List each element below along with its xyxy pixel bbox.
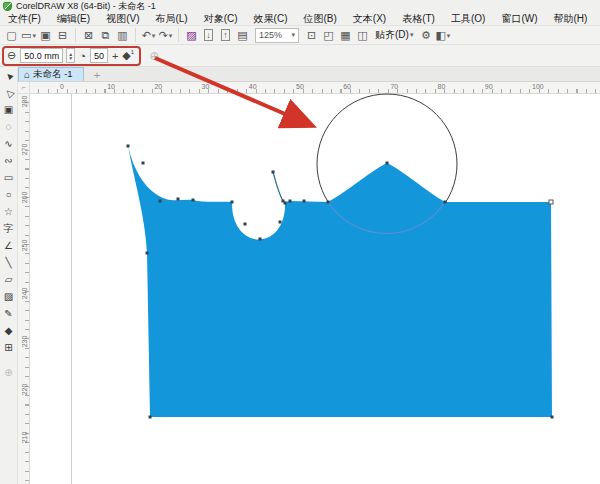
export-icon: ↑ — [221, 29, 230, 41]
polygon-tool[interactable]: ☆ — [1, 203, 17, 220]
artistic-media-tool[interactable]: ∾ — [1, 152, 17, 169]
polygon-tool-icon: ☆ — [4, 206, 13, 217]
menu-item-7[interactable]: 位图(B) — [295, 12, 344, 26]
import-button[interactable]: ↓ — [201, 27, 216, 43]
save-icon: ▣ — [40, 28, 50, 43]
smart-fill-tool[interactable]: ⊕ — [1, 364, 17, 381]
pick-tool[interactable]: ▲ — [1, 67, 17, 84]
snap-to-dropdown[interactable]: 贴齐(D)▾ — [375, 28, 413, 42]
v-ruler-label: 240 — [21, 288, 28, 300]
undo-icon: ↶ — [142, 28, 151, 43]
ruler-origin-corner[interactable]: ⌐ — [18, 82, 30, 94]
document-tab-bar: ⌂ 未命名 -1 + — [18, 67, 600, 82]
print-icon: ⊟ — [58, 28, 67, 43]
v-ruler-label: 230 — [21, 336, 28, 348]
menu-item-1[interactable]: 文件(F) — [0, 12, 49, 26]
print-button[interactable]: ⊟ — [55, 27, 70, 43]
save-button[interactable]: ▣ — [38, 27, 53, 43]
fullscreen-preview-button[interactable]: ⊡ — [304, 27, 319, 43]
coreldraw-logo-icon — [3, 2, 12, 11]
interactive-fill-tool[interactable]: ◆ — [1, 322, 17, 339]
h-ruler-label: 20 — [154, 83, 162, 90]
vertical-ruler[interactable]: 280270260250240230220210 — [18, 94, 30, 484]
h-ruler-label: 90 — [485, 83, 493, 90]
options-icon: ⚙ — [421, 28, 431, 43]
toolbar-separator — [75, 28, 76, 42]
mesh-fill-tool[interactable]: ⊞ — [1, 339, 17, 356]
copy-button[interactable]: ⧉ — [98, 27, 113, 43]
horizontal-ruler[interactable]: 0102030405060708090100 — [30, 82, 600, 94]
menu-item-8[interactable]: 文本(X) — [345, 12, 394, 26]
paste-icon: ▥ — [117, 28, 127, 43]
crop-tool[interactable]: ▣ — [1, 101, 17, 118]
new-tab-button[interactable]: + — [94, 70, 100, 81]
menu-item-3[interactable]: 视图(V) — [98, 12, 147, 26]
h-ruler-label: 0 — [60, 83, 64, 90]
rate-dial-icon: ◔ — [79, 50, 86, 62]
rectangle-tool[interactable]: ▭ — [1, 169, 17, 186]
text-tool[interactable]: 字 — [1, 220, 17, 237]
chevron-down-icon: ▾ — [447, 28, 451, 43]
menu-item-5[interactable]: 对象(C) — [196, 12, 246, 26]
show-guidelines-button[interactable]: ◫ — [355, 27, 370, 43]
import-icon: ↓ — [204, 29, 213, 41]
menu-item-12[interactable]: 帮助(H) — [546, 12, 596, 26]
h-ruler-label: 30 — [202, 83, 210, 90]
page-boundary-line — [71, 94, 72, 484]
dimension-tool[interactable]: ∠ — [1, 237, 17, 254]
pick-tool-icon: ▲ — [1, 68, 16, 83]
menu-item-6[interactable]: 效果(C) — [246, 12, 296, 26]
ink-nib-icon[interactable]: ◆1 — [122, 49, 134, 62]
menu-item-9[interactable]: 表格(T) — [394, 12, 443, 26]
home-icon: ⌂ — [24, 69, 30, 80]
h-ruler-label: 10 — [107, 83, 115, 90]
transparency-tool[interactable]: ▨ — [1, 288, 17, 305]
freehand-tool[interactable]: ∿ — [1, 135, 17, 152]
cut-icon: ⊠ — [84, 28, 93, 43]
h-ruler-label: 80 — [438, 83, 446, 90]
show-grid-button[interactable]: ▦ — [338, 27, 353, 43]
v-ruler-label: 250 — [21, 240, 28, 252]
chevron-down-icon: ▾ — [32, 28, 36, 43]
publish-pdf-button[interactable]: ▤ — [235, 27, 250, 43]
drop-shadow-tool[interactable]: ▱ — [1, 271, 17, 288]
ellipse-tool[interactable]: ○ — [1, 186, 17, 203]
rate-input[interactable]: 50 — [90, 48, 108, 63]
copy-icon: ⧉ — [102, 28, 110, 43]
new-document-icon: ▢ — [6, 28, 16, 43]
zoom-tool[interactable]: ◌ — [1, 118, 17, 135]
shape-tool[interactable]: △ — [1, 84, 17, 101]
add-nib-icon[interactable]: + — [112, 50, 118, 62]
undo-button[interactable]: ↶▾ — [141, 27, 156, 43]
drawing-canvas[interactable] — [30, 94, 600, 484]
snap-to-label: 贴齐(D) — [375, 28, 409, 42]
menu-item-11[interactable]: 窗口(W) — [493, 12, 545, 26]
menu-item-4[interactable]: 布局(L) — [147, 12, 195, 26]
options-button[interactable]: ⚙ — [418, 27, 433, 43]
search-content-button[interactable]: ▨ — [184, 27, 199, 43]
nib-size-stepper[interactable]: ▲▼ — [66, 48, 75, 63]
show-rulers-button[interactable]: ◰ — [321, 27, 336, 43]
crop-tool-icon: ▣ — [4, 104, 13, 115]
paste-button[interactable]: ▥ — [115, 27, 130, 43]
menu-item-10[interactable]: 工具(O) — [443, 12, 493, 26]
v-ruler-label: 260 — [21, 192, 28, 204]
toolbar-separator — [178, 28, 179, 42]
new-document-button[interactable]: ▢ — [4, 27, 19, 43]
zoom-level-combo[interactable]: 125%▾ — [255, 28, 299, 43]
show-rulers-icon: ◰ — [323, 28, 333, 43]
nib-size-input[interactable]: 50.0 mm — [20, 48, 63, 63]
smart-fill-tool-icon: ⊕ — [4, 367, 12, 378]
zoom-level-value: 125% — [259, 30, 282, 40]
export-button[interactable]: ↑ — [218, 27, 233, 43]
redo-button[interactable]: ↷▾ — [158, 27, 173, 43]
connector-tool[interactable]: ╲ — [1, 254, 17, 271]
h-ruler-label: 60 — [343, 83, 351, 90]
eyedropper-tool[interactable]: ✎ — [1, 305, 17, 322]
open-button[interactable]: ▭▾ — [21, 27, 36, 43]
menu-item-2[interactable]: 编辑(E) — [49, 12, 98, 26]
launcher-button[interactable]: ◧▾ — [435, 27, 450, 43]
cut-button[interactable]: ⊠ — [81, 27, 96, 43]
redo-icon: ↷ — [159, 28, 168, 43]
document-tab[interactable]: ⌂ 未命名 -1 — [18, 67, 84, 81]
